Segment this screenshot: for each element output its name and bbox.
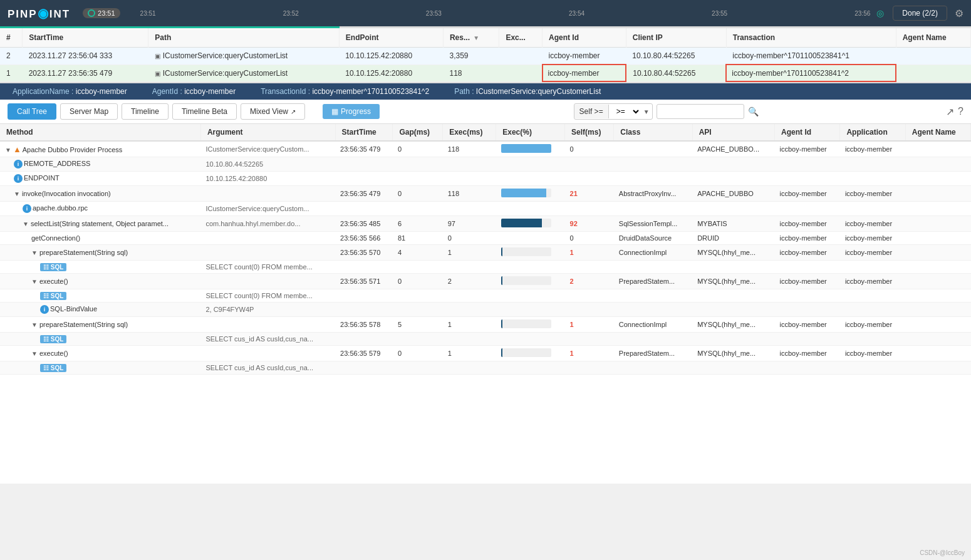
col-exc: Exc... (499, 28, 543, 48)
execpct-cell (496, 346, 565, 361)
exec-bar-container (501, 144, 551, 153)
expand-icon[interactable]: ▼ (5, 147, 11, 153)
open-external-icon[interactable]: ↗ (946, 106, 954, 118)
exec-bar (501, 144, 551, 153)
self-value-input[interactable] (657, 104, 744, 119)
sql-badge: ☷ SQL (40, 292, 66, 300)
agentname-cell (905, 232, 970, 245)
table-row[interactable]: 2 2023.11.27 23:56:04 333 ▣ICustomerServ… (0, 48, 971, 65)
col-agentid: Agent Id (543, 28, 626, 48)
table-row[interactable]: 1 2023.11.27 23:56:35 479 ▣ICustomerServ… (0, 65, 971, 81)
expand-icon[interactable]: ▼ (31, 278, 38, 285)
exec-cell: 97 (443, 216, 496, 232)
self-label: Self >= (574, 105, 609, 118)
table-row[interactable]: ☷ SQL SELECT count(0) FROM membe... (0, 289, 971, 303)
method-cell: ☷ SQL (0, 361, 200, 375)
self-cell: 1 (565, 245, 614, 261)
table-row[interactable]: ▼▲Apache Dubbo Provider ProcessICustomer… (0, 141, 971, 157)
method-cell: ☷ SQL (0, 289, 200, 303)
info-circle-icon: i (40, 305, 49, 314)
tab-mixedview[interactable]: Mixed View ↗ (241, 103, 305, 120)
api-cell (692, 157, 774, 172)
method-name: execute() (39, 350, 68, 357)
done-button[interactable]: Done (2/2) (893, 6, 947, 21)
expand-icon[interactable]: ▼ (31, 249, 38, 256)
tab-timeline[interactable]: Timeline (122, 103, 169, 120)
agentid-cell: iccboy-member (775, 346, 840, 361)
table-row[interactable]: getConnection() 23:56:35 566 81 0 0 Drui… (0, 232, 971, 245)
search-button[interactable]: 🔍 (748, 106, 759, 117)
cell-transaction: iccboy-member^1701100523841^2 (726, 65, 896, 81)
expand-icon[interactable]: ▼ (31, 350, 38, 357)
expand-icon[interactable]: ▼ (31, 321, 38, 328)
api-cell: MYSQL(hhyl_me... (692, 317, 774, 333)
info-circle-icon: i (14, 174, 23, 183)
progress-icon: ▦ (331, 107, 338, 116)
gap-cell (393, 157, 443, 172)
table-row[interactable]: ▼prepareStatement(String sql) 23:56:35 5… (0, 317, 971, 333)
arrow-icon: ▲ (13, 145, 21, 154)
table-row[interactable]: iSQL-BindValue2, C9F4FYW4P (0, 303, 971, 317)
path-value: ICustomerService:queryCustomerList (476, 87, 601, 96)
table-row[interactable]: ▼execute() 23:56:35 571 0 2 2 PreparedSt… (0, 274, 971, 289)
col-api: API (692, 124, 774, 141)
class-cell: ConnectionImpl (614, 317, 692, 333)
agentid-cell (775, 202, 840, 216)
table-row[interactable]: ☷ SQL SELECT count(0) FROM membe... (0, 261, 971, 274)
time-circle-icon (88, 9, 95, 17)
tab-calltree[interactable]: Call Tree (8, 103, 56, 120)
tab-timelinebeta[interactable]: Timeline Beta (172, 103, 237, 120)
starttime-cell (335, 202, 393, 216)
gap-cell: 81 (393, 232, 443, 245)
tick-2: 23:52 (283, 10, 299, 17)
tab-servermap[interactable]: Server Map (60, 103, 118, 120)
method-cell: ▼prepareStatement(String sql) (0, 317, 200, 333)
method-name: apache.dubbo.rpc (33, 204, 88, 212)
table-row[interactable]: iENDPOINT10.10.125.42:20880 (0, 172, 971, 186)
table-row[interactable]: iREMOTE_ADDRESS10.10.80.44:52265 (0, 157, 971, 172)
application-cell: iccboy-member (840, 141, 905, 157)
starttime-cell: 23:56:35 570 (335, 245, 393, 261)
table-row[interactable]: ▼selectList(String statement, Object par… (0, 216, 971, 232)
argument-cell (200, 317, 335, 333)
method-cell: ▼invoke(Invocation invocation) (0, 186, 200, 202)
class-cell (614, 157, 692, 172)
table-row[interactable]: ☷ SQL SELECT cus_id AS cusId,cus_na... (0, 333, 971, 346)
cell-starttime: 2023.11.27 23:56:35 479 (23, 65, 148, 81)
table-row[interactable]: ☷ SQL SELECT cus_id AS cusId,cus_na... (0, 361, 971, 375)
self-cell: 1 (565, 346, 614, 361)
progress-button[interactable]: ▦ Progress (323, 104, 380, 119)
top-progress-bar (0, 26, 971, 28)
timeline-bar: 23:51 23:52 23:53 23:54 23:55 23:56 (134, 0, 877, 26)
col-endpoint: EndPoint (339, 28, 443, 48)
self-cell: 21 (565, 186, 614, 202)
table-row[interactable]: ▼execute() 23:56:35 579 0 1 1 PreparedSt… (0, 346, 971, 361)
agentid-cell: iccboy-member (775, 216, 840, 232)
calltree-table-header: Method Argument StartTime Gap(ms) Exec(m… (0, 124, 971, 141)
cell-num: 2 (0, 48, 23, 65)
help-icon[interactable]: ? (958, 106, 963, 117)
starttime-cell (335, 303, 393, 317)
col-execpct: Exec(%) (496, 124, 565, 141)
table-row[interactable]: iapache.dubbo.rpcICustomerService:queryC… (0, 202, 971, 216)
expand-icon[interactable]: ▼ (14, 190, 20, 197)
agentid-cell: iccboy-member (775, 232, 840, 245)
path-label: Path : ICustomerService:queryCustomerLis… (454, 87, 601, 96)
agentname-cell (905, 157, 970, 172)
agentname-cell (905, 186, 970, 202)
empty-cells (335, 289, 970, 303)
agentid-cell (775, 172, 840, 186)
self-cell: 0 (565, 141, 614, 157)
execpct-cell (496, 216, 565, 232)
table-row[interactable]: ▼prepareStatement(String sql) 23:56:35 5… (0, 245, 971, 261)
self-cell (565, 303, 614, 317)
self-operator-select[interactable]: >= > = (609, 104, 641, 119)
class-cell (614, 141, 692, 157)
execpct-cell (496, 186, 565, 202)
expand-icon[interactable]: ▼ (23, 220, 29, 227)
exec-cell: 1 (443, 346, 496, 361)
gear-icon[interactable]: ⚙ (955, 8, 963, 19)
table-row[interactable]: ▼invoke(Invocation invocation) 23:56:35 … (0, 186, 971, 202)
self-select-group: Self >= >= > = ▼ (574, 103, 653, 120)
logo: PINP◉INT (8, 6, 70, 21)
